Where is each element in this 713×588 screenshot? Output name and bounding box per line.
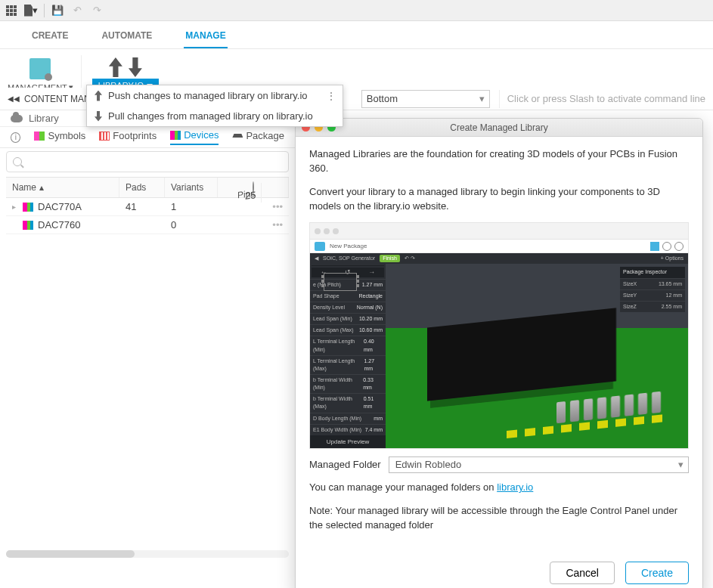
- management-icon[interactable]: [29, 58, 51, 79]
- horizontal-scrollbar[interactable]: [6, 550, 289, 558]
- preview-user-icon: [674, 242, 684, 251]
- tab-manage[interactable]: MANAGE: [184, 27, 227, 48]
- preview-image: New Package ◀SOIC, SOP GeneratorFinish↶ …: [309, 222, 689, 449]
- row-more-icon[interactable]: •••: [218, 216, 289, 234]
- cancel-button[interactable]: Cancel: [550, 562, 615, 584]
- preview-gear-icon: [662, 242, 671, 251]
- devices-icon: [170, 131, 181, 140]
- apps-grid-icon[interactable]: [5, 4, 18, 17]
- create-managed-library-dialog: Create Managed Library Managed Libraries…: [295, 118, 703, 588]
- ribbon-tabs: CREATE AUTOMATE MANAGE: [0, 21, 713, 49]
- library-label: Library: [29, 113, 59, 124]
- table-row[interactable]: DAC7760 0 •••: [6, 216, 289, 234]
- col-pads[interactable]: Pads: [119, 178, 165, 197]
- file-icon[interactable]: ▾: [24, 4, 38, 17]
- menu-push-changes[interactable]: Push changes to managed library on libra…: [87, 85, 343, 106]
- managed-folder-select[interactable]: Edwin Robledo: [389, 456, 689, 473]
- preview-inspector: Package Inspector SizeX13.65 mmSizeY12 m…: [620, 267, 685, 312]
- footprints-icon: [99, 132, 110, 141]
- dialog-note: Note: Your managed library will be acces…: [309, 504, 689, 533]
- expand-icon[interactable]: ▸: [12, 203, 18, 211]
- command-line-input[interactable]: Click or press Slash to activate command…: [499, 90, 713, 108]
- save-icon[interactable]: 💾: [51, 4, 64, 17]
- dialog-titlebar: Create Managed Library: [296, 119, 702, 137]
- subtab-packages[interactable]: Package: [232, 130, 284, 144]
- pull-arrow-icon[interactable]: [129, 57, 142, 77]
- menu-more-icon[interactable]: ⋮: [326, 90, 336, 102]
- tab-create[interactable]: CREATE: [30, 27, 70, 48]
- layer-select[interactable]: Bottom: [361, 90, 490, 108]
- tab-automate[interactable]: AUTOMATE: [100, 27, 153, 48]
- devices-table: Name▴ Pins Pads Variants ▸DAC770A 25 41 …: [6, 177, 289, 234]
- preview-home-icon: [315, 242, 325, 251]
- undo-icon[interactable]: ↶: [70, 4, 84, 17]
- dialog-intro-2: Convert your library to a managed librar…: [309, 185, 689, 214]
- libraryio-link[interactable]: library.io: [497, 481, 533, 493]
- subtab-devices[interactable]: Devices: [170, 129, 219, 145]
- redo-icon[interactable]: ↷: [90, 4, 104, 17]
- arrow-down-icon: [95, 111, 102, 122]
- search-input[interactable]: [6, 151, 289, 172]
- subtab-symbols[interactable]: Symbols: [34, 130, 85, 144]
- col-name[interactable]: Name▴: [6, 178, 119, 197]
- device-icon: [23, 203, 33, 212]
- table-row[interactable]: ▸DAC770A 25 41 1 •••: [6, 198, 289, 216]
- info-icon[interactable]: i: [11, 132, 20, 143]
- library-subtabs: i Symbols Footprints Devices Package: [0, 127, 295, 148]
- sort-asc-icon: ▴: [39, 182, 44, 193]
- dialog-intro-1: Managed Libraries are the foundation for…: [309, 147, 689, 176]
- cloud-icon: [11, 115, 23, 122]
- device-icon: [23, 221, 33, 230]
- preview-side-panel: ←↺→ e (Na Pitch)1.27 mmPad ShapeRectangl…: [310, 264, 386, 448]
- dialog-title: Create Managed Library: [450, 122, 547, 133]
- arrow-up-icon: [95, 91, 102, 101]
- libraryio-menu: ⋮ Push changes to managed library on lib…: [86, 85, 343, 127]
- col-variants[interactable]: Variants: [165, 178, 218, 197]
- packages-icon: [232, 132, 243, 141]
- managed-folder-label: Managed Folder: [309, 458, 381, 472]
- create-button[interactable]: Create: [625, 562, 689, 584]
- quick-toolbar: ▾ 💾 ↶ ↷: [0, 0, 713, 21]
- subtab-footprints[interactable]: Footprints: [99, 130, 157, 144]
- symbols-icon: [34, 132, 45, 141]
- menu-pull-changes[interactable]: Pull changes from managed library on lib…: [87, 106, 343, 126]
- search-icon: [13, 157, 22, 166]
- push-arrow-icon[interactable]: [109, 57, 122, 77]
- manage-folders-text: You can manage your managed folders on l…: [309, 481, 689, 495]
